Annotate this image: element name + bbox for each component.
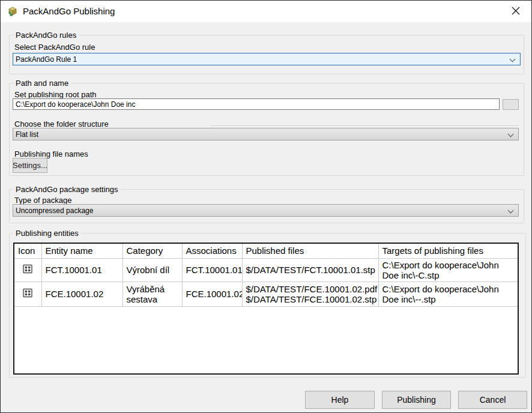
cell-associations: FCT.10001.01.i [182, 258, 242, 282]
table-header-row: Icon Entity name Category Associations P… [14, 244, 518, 258]
file-names-label: Publishing file names [14, 149, 88, 158]
root-path-input[interactable]: C:\Export do kooperace\John Doe inc [13, 98, 500, 110]
col-header-targets[interactable]: Targets of publishing files [378, 244, 518, 258]
cell-entity-name: FCE.10001.02 [41, 282, 122, 306]
folder-structure-label: Choose the folder structure [14, 119, 109, 128]
package-box-icon [7, 6, 18, 17]
chevron-down-icon [508, 131, 514, 137]
col-header-associations[interactable]: Associations [182, 244, 242, 258]
publishing-button[interactable]: Publishing [382, 391, 451, 409]
close-button[interactable] [504, 2, 528, 20]
title-bar: PackAndGo Publishing [1, 1, 531, 22]
cell-entity-name: FCT.10001.01 [41, 258, 122, 282]
cell-category: Vyráběná sestava [122, 282, 182, 306]
cell-targets: C:\Export do kooperace\John Doe inc\--.s… [378, 282, 518, 306]
col-header-published-files[interactable]: Published files [242, 244, 378, 258]
packandgo-publishing-dialog: PackAndGo Publishing PackAndGo rules Sel… [0, 0, 532, 413]
rule-select-value: PackAndGo Rule 1 [16, 55, 77, 64]
assembly-grid-icon [22, 264, 33, 274]
cancel-button[interactable]: Cancel [458, 391, 527, 409]
table-row[interactable]: FCT.10001.01 Výrobní díl FCT.10001.01.i … [14, 258, 518, 282]
help-button[interactable]: Help [305, 391, 375, 409]
package-type-select[interactable]: Uncompressed package [13, 204, 519, 217]
entities-group-title: Publishing entities [13, 229, 81, 238]
folder-structure-select[interactable]: Flat list [13, 128, 519, 140]
rule-select[interactable]: PackAndGo Rule 1 [13, 53, 521, 65]
package-group-title: PackAndGo package settings [13, 185, 121, 194]
cell-targets: C:\Export do kooperace\John Doe inc\-C.s… [378, 258, 518, 282]
type-of-package-label: Type of package [14, 196, 71, 205]
chevron-down-icon [508, 208, 514, 214]
path-group-title: Path and name [13, 79, 71, 88]
chevron-down-icon [510, 56, 516, 62]
cell-associations: FCE.10001.02.i [182, 282, 242, 306]
root-path-label: Set publishing root path [14, 90, 97, 99]
divider-line [211, 125, 519, 127]
cell-published-files: $/DATA/TEST/FCE.10001.02.pdf $/DATA/TEST… [242, 282, 378, 306]
rules-group-title: PackAndGo rules [13, 31, 79, 40]
table-row[interactable]: FCE.10001.02 Vyráběná sestava FCE.10001.… [14, 282, 518, 306]
package-type-value: Uncompressed package [16, 206, 93, 215]
close-icon [512, 7, 520, 15]
col-header-entity-name[interactable]: Entity name [41, 244, 122, 258]
cell-published-files: $/DATA/TEST/FCT.10001.01.stp [242, 258, 378, 282]
col-header-category[interactable]: Category [122, 244, 182, 258]
settings-button[interactable]: Settings... [13, 158, 47, 173]
folder-structure-value: Flat list [16, 130, 38, 139]
entities-table: Icon Entity name Category Associations P… [13, 243, 519, 375]
browse-button[interactable] [503, 99, 519, 110]
assembly-grid-icon [22, 288, 33, 298]
cell-category: Výrobní díl [122, 258, 182, 282]
root-path-value: C:\Export do kooperace\John Doe inc [16, 100, 135, 109]
window-title: PackAndGo Publishing [23, 6, 115, 16]
select-rule-label: Select PackAndGo rule [14, 43, 95, 52]
col-header-icon[interactable]: Icon [14, 244, 41, 258]
